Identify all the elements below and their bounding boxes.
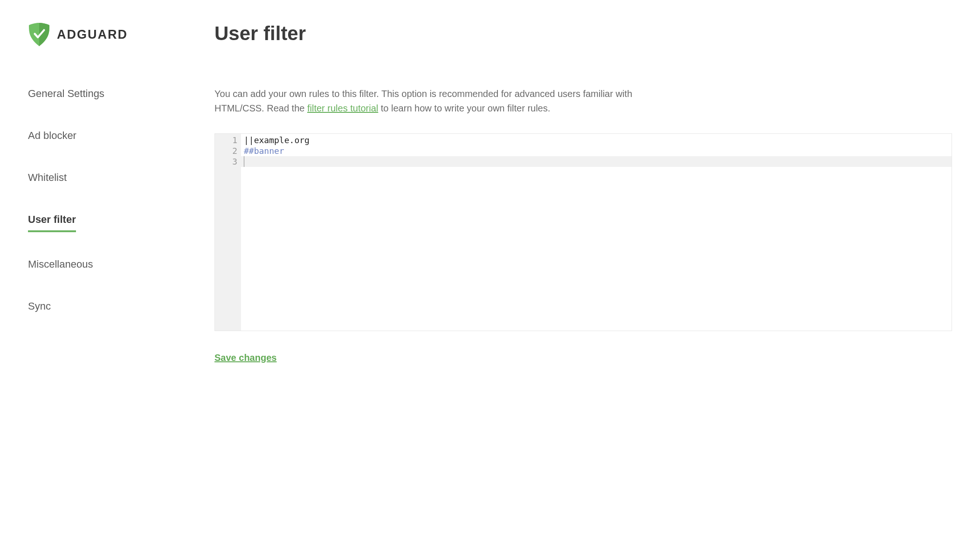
logo: ADGUARD bbox=[28, 22, 200, 47]
description-text-after: to learn how to write your own filter ru… bbox=[378, 103, 550, 113]
rule-operator: || bbox=[244, 135, 254, 145]
sidebar-item-whitelist[interactable]: Whitelist bbox=[28, 168, 67, 187]
save-changes-button[interactable]: Save changes bbox=[214, 352, 276, 363]
filter-rules-editor[interactable]: 1 2 3 ||example.org ##banner bbox=[214, 133, 952, 331]
sidebar-item-miscellaneous[interactable]: Miscellaneous bbox=[28, 255, 93, 274]
logo-text: ADGUARD bbox=[57, 28, 128, 42]
code-line-1: ||example.org bbox=[244, 135, 949, 145]
code-line-2: ##banner bbox=[244, 145, 949, 156]
rule-domain: example.org bbox=[254, 135, 310, 145]
line-number: 3 bbox=[215, 156, 237, 167]
line-number: 2 bbox=[215, 145, 237, 156]
editor-gutter: 1 2 3 bbox=[215, 134, 241, 331]
sidebar-nav: General Settings Ad blocker Whitelist Us… bbox=[28, 84, 200, 339]
sidebar-item-user-filter[interactable]: User filter bbox=[28, 210, 76, 232]
rule-css-selector: ##banner bbox=[244, 146, 284, 156]
filter-rules-tutorial-link[interactable]: filter rules tutorial bbox=[307, 103, 378, 113]
page-description: You can add your own rules to this filte… bbox=[214, 87, 657, 116]
sidebar-item-general-settings[interactable]: General Settings bbox=[28, 84, 104, 104]
line-number: 1 bbox=[215, 135, 237, 145]
text-cursor bbox=[244, 156, 244, 167]
code-line-3 bbox=[241, 156, 952, 167]
page-title: User filter bbox=[214, 22, 952, 45]
sidebar-item-ad-blocker[interactable]: Ad blocker bbox=[28, 126, 76, 145]
shield-check-icon bbox=[28, 22, 50, 47]
editor-content[interactable]: ||example.org ##banner bbox=[241, 134, 952, 331]
sidebar-item-sync[interactable]: Sync bbox=[28, 297, 51, 316]
